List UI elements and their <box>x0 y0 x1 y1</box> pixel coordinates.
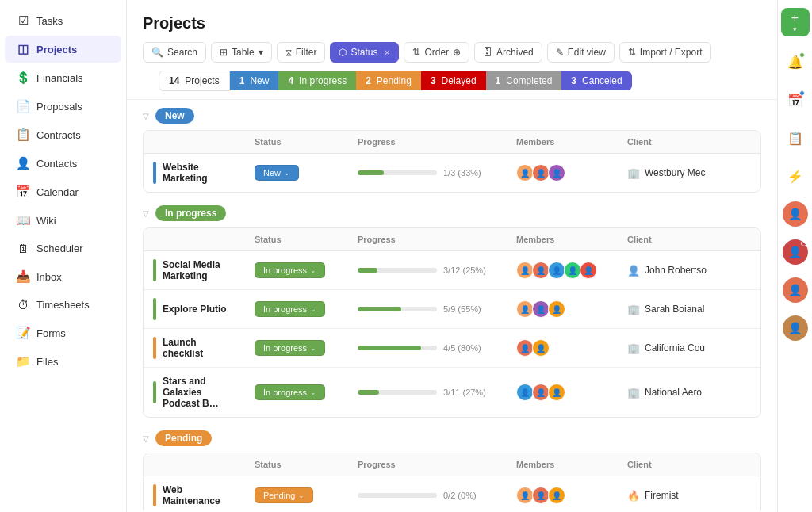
project-name-cell: Social Media Marketing <box>144 251 245 289</box>
tab-delayed-label: Delayed <box>442 75 477 86</box>
table-row[interactable]: Explore Plutio In progress ⌄ 5/9 (55%) 👤… <box>144 290 760 329</box>
column-header: Status <box>245 131 348 153</box>
status-badge[interactable]: In progress ⌄ <box>255 262 325 278</box>
table-row[interactable]: Web Maintenance Pending ⌄ 0/2 (0%) 👤👤👤 🔥… <box>144 476 760 512</box>
project-bar <box>153 381 156 403</box>
status-cell: New ⌄ <box>245 157 348 189</box>
project-name-cell: Launch checklist <box>144 329 245 367</box>
user-avatar-1[interactable]: 👤 <box>783 201 808 227</box>
sidebar-item-projects[interactable]: ◫ Projects <box>5 36 121 63</box>
tab-canceled-count: 3 <box>571 75 576 86</box>
tab-all[interactable]: 14 Projects <box>159 71 230 91</box>
table-row[interactable]: Stars and Galaxies Podcast B… In progres… <box>144 368 760 417</box>
tab-inprogress[interactable]: 4 In progress <box>278 71 356 90</box>
inbox-icon: 📥 <box>16 269 30 284</box>
status-badge[interactable]: In progress ⌄ <box>255 384 325 400</box>
project-bar <box>153 298 156 320</box>
section-label-new[interactable]: New <box>155 108 194 124</box>
filter-button[interactable]: ⧖ Filter <box>277 42 326 63</box>
chevron-icon: ⊕ <box>453 47 461 58</box>
section-toggle-new[interactable]: ▽ <box>143 112 149 120</box>
members-cell: 👤👤👤👤👤 <box>507 254 618 287</box>
tab-canceled[interactable]: 3 Canceled <box>561 71 631 90</box>
sidebar-item-wiki[interactable]: 📖 Wiki <box>5 207 121 234</box>
dropdown-icon: ⌄ <box>310 388 316 396</box>
progress-text: 3/12 (25%) <box>443 266 486 275</box>
section-label-inprogress[interactable]: In progress <box>155 205 226 221</box>
notifications-button[interactable]: 🔔 <box>783 49 808 75</box>
calendar-button[interactable]: 📅 <box>783 87 808 113</box>
section-new: ▽ New StatusProgressMembersClient Websit… <box>143 108 761 193</box>
status-badge[interactable]: In progress ⌄ <box>255 301 325 317</box>
sidebar-item-inbox[interactable]: 📥 Inbox <box>5 263 121 290</box>
tab-pending[interactable]: 2 Pending <box>356 71 421 90</box>
sidebar-item-proposals[interactable]: 📄 Proposals <box>5 93 121 120</box>
project-bar <box>153 484 156 506</box>
table-row[interactable]: Social Media Marketing In progress ⌄ 3/1… <box>144 251 760 290</box>
table-row[interactable]: Launch checklist In progress ⌄ 4/5 (80%)… <box>144 329 760 368</box>
progress-bar-fill <box>358 390 379 395</box>
sidebar-item-scheduler[interactable]: 🗓 Scheduler <box>5 235 121 262</box>
status-badge[interactable]: New ⌄ <box>255 165 299 181</box>
sidebar-item-contracts[interactable]: 📋 Contracts <box>5 121 121 148</box>
column-header: Client <box>618 453 760 476</box>
status-dot <box>801 240 807 246</box>
table-header-new: StatusProgressMembersClient <box>144 131 760 154</box>
table-row[interactable]: Website Marketing New ⌄ 1/3 (33%) 👤👤👤 🏢 … <box>144 154 760 192</box>
project-name-text: Website Marketing <box>163 162 236 184</box>
progress-cell: 1/3 (33%) <box>348 160 507 185</box>
avatar: 👤 <box>516 164 534 181</box>
client-cell: 🔥 Firemist <box>618 482 760 510</box>
progress-bar-background <box>358 346 437 350</box>
main-content: Projects 🔍 Search ⊞ Table ▾ ⧖ Filter ⬡ S… <box>127 0 777 512</box>
user-avatar-3[interactable]: 👤 <box>783 277 808 303</box>
section-toggle-pending[interactable]: ▽ <box>143 434 149 443</box>
client-name: California Cou <box>645 342 705 353</box>
search-button[interactable]: 🔍 Search <box>143 42 206 63</box>
sidebar-item-files[interactable]: 📁 Files <box>5 348 121 375</box>
user-avatar-4[interactable]: 👤 <box>783 315 808 341</box>
sidebar-label-proposals: Proposals <box>36 101 82 113</box>
sidebar-item-timesheets[interactable]: ⏱ Timesheets <box>5 292 121 318</box>
sidebar-item-forms[interactable]: 📝 Forms <box>5 319 121 346</box>
avatar: 👤 <box>532 262 550 279</box>
avatar: 👤 <box>516 300 534 318</box>
import-export-button[interactable]: ⇅ Import / Export <box>619 42 711 63</box>
project-name-cell: Explore Plutio <box>144 290 245 328</box>
user-avatar-2[interactable]: 👤 <box>783 239 808 265</box>
activity-button[interactable]: ⚡ <box>783 163 808 189</box>
scheduler-icon: 🗓 <box>16 242 30 255</box>
status-tabs: 14 Projects 1 New 4 In progress 2 Pendin… <box>159 71 745 91</box>
sidebar-item-contacts[interactable]: 👤 Contacts <box>5 150 121 177</box>
sidebar-item-tasks[interactable]: ☑ Tasks <box>5 7 121 34</box>
table-button[interactable]: ⊞ Table ▾ <box>211 42 272 63</box>
section-inprogress: ▽ In progress StatusProgressMembersClien… <box>143 205 761 418</box>
section-label-pending[interactable]: Pending <box>155 430 212 446</box>
column-header: Progress <box>348 131 507 153</box>
table-new: StatusProgressMembersClient Website Mark… <box>143 130 761 193</box>
tab-delayed[interactable]: 3 Delayed <box>421 71 486 90</box>
status-badge[interactable]: In progress ⌄ <box>255 340 325 356</box>
order-button[interactable]: ⇅ Order ⊕ <box>404 42 469 63</box>
avatar: 👤 <box>548 262 565 279</box>
archived-button[interactable]: 🗄 Archived <box>474 42 542 63</box>
table-header-inprogress: StatusProgressMembersClient <box>144 228 760 251</box>
tab-completed[interactable]: 1 Completed <box>486 71 562 90</box>
edit-view-button[interactable]: ✎ Edit view <box>547 42 615 63</box>
status-button[interactable]: ⬡ Status ✕ <box>330 42 399 63</box>
tab-all-count: 14 <box>169 75 179 86</box>
column-header <box>144 228 245 250</box>
status-badge[interactable]: Pending ⌄ <box>255 487 313 503</box>
notes-button[interactable]: 📋 <box>783 125 808 151</box>
tab-new[interactable]: 1 New <box>230 71 279 90</box>
section-toggle-inprogress[interactable]: ▽ <box>143 209 149 218</box>
timesheets-icon: ⏱ <box>16 298 30 311</box>
client-icon: 🏢 <box>627 387 640 399</box>
add-button[interactable]: + ▾ <box>781 8 810 36</box>
archived-label: Archived <box>496 47 534 58</box>
page-header: Projects 🔍 Search ⊞ Table ▾ ⧖ Filter ⬡ S… <box>127 0 777 100</box>
sidebar-item-financials[interactable]: 💲 Financials <box>5 64 121 91</box>
avatar: 👤 <box>532 384 550 401</box>
sidebar-item-calendar[interactable]: 📅 Calendar <box>5 178 121 205</box>
project-name-text: Launch checklist <box>163 337 236 359</box>
